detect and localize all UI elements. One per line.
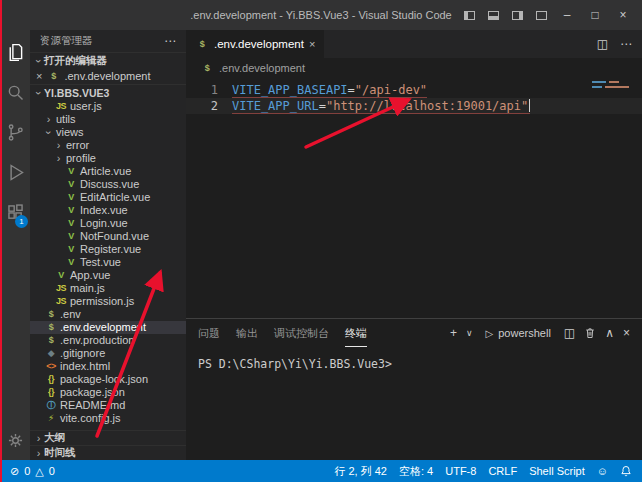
language-mode-status[interactable]: Shell Script <box>529 465 585 477</box>
tree-item-user.js[interactable]: JSuser.js <box>30 100 186 113</box>
tree-item-Register.vue[interactable]: VRegister.vue <box>30 243 186 256</box>
json-file-icon: {} <box>44 373 58 386</box>
cursor-position-status[interactable]: 行 2, 列 42 <box>334 464 387 479</box>
close-tab-icon[interactable]: × <box>309 38 315 50</box>
tree-item-Discuss.vue[interactable]: VDiscuss.vue <box>30 178 186 191</box>
vscode-window: .env.development - Yi.BBS.Vue3 - Visual … <box>0 0 642 482</box>
tree-item-vite.config.js[interactable]: ⚡vite.config.js <box>30 412 186 425</box>
text-cursor <box>529 99 530 112</box>
minimize-button[interactable]: – <box>554 3 580 27</box>
activity-run-debug[interactable] <box>0 152 30 192</box>
toggle-secondary-sidebar-icon[interactable] <box>506 4 528 26</box>
maximize-button[interactable]: □ <box>582 3 608 27</box>
activity-settings[interactable] <box>0 420 30 460</box>
code-editor[interactable]: 1VITE_APP_BASEAPI="/api-dev"2VITE_APP_UR… <box>186 78 642 318</box>
feedback-smiley-icon[interactable]: ☺ <box>597 465 608 477</box>
timeline-section[interactable]: › 时间线 <box>30 445 186 460</box>
vue-file-icon: V <box>64 191 78 204</box>
activity-search[interactable] <box>0 72 30 112</box>
env-file-icon: $ <box>46 71 60 81</box>
tree-item-Index.vue[interactable]: VIndex.vue <box>30 204 186 217</box>
activity-explorer[interactable] <box>0 32 30 72</box>
kill-terminal-icon[interactable] <box>584 327 596 339</box>
panel-tab-调试控制台[interactable]: 调试控制台 <box>274 320 329 347</box>
tree-item-.env.development[interactable]: $.env.development <box>30 321 186 334</box>
tree-item-Article.vue[interactable]: VArticle.vue <box>30 165 186 178</box>
tree-item-.env.production[interactable]: $.env.production <box>30 334 186 347</box>
js-file-icon: JS <box>54 295 68 308</box>
problems-status[interactable]: ⊘ 0 △ 0 <box>10 465 55 478</box>
tree-item-.gitignore[interactable]: ◆.gitignore <box>30 347 186 360</box>
code-lines: 1VITE_APP_BASEAPI="/api-dev"2VITE_APP_UR… <box>186 82 642 114</box>
minimap[interactable] <box>592 81 636 91</box>
maximize-panel-icon[interactable]: ∧ <box>605 326 614 340</box>
panel-tab-终端[interactable]: 终端 <box>345 320 367 347</box>
project-header[interactable]: › YI.BBS.VUE3 <box>30 84 186 100</box>
tree-item-index.html[interactable]: <>index.html <box>30 360 186 373</box>
terminal-shell-label: powershell <box>498 327 551 339</box>
close-panel-icon[interactable]: × <box>623 326 630 340</box>
editor-group: $ .env.development × ◫ ⋯ $ .env.developm… <box>186 30 642 460</box>
split-terminal-icon[interactable]: ◫ <box>564 326 575 340</box>
close-icon[interactable]: × <box>36 70 42 82</box>
project-name: YI.BBS.VUE3 <box>44 87 109 99</box>
tree-item-error[interactable]: ›error <box>30 139 186 152</box>
panel-tab-输出[interactable]: 输出 <box>236 320 258 347</box>
tree-item-label: .env.production <box>58 334 134 347</box>
open-editor-item[interactable]: × $ .env.development <box>30 68 186 84</box>
js-file-icon: JS <box>54 100 68 113</box>
tree-item-permission.js[interactable]: JSpermission.js <box>30 295 186 308</box>
chevron-down-icon: › <box>42 127 55 138</box>
terminal-content[interactable]: PS D:\CSharp\Yi\Yi.BBS.Vue3> <box>186 347 642 460</box>
breadcrumb[interactable]: $ .env.development <box>186 58 642 78</box>
explorer-more-actions-icon[interactable]: ⋯ <box>164 34 176 48</box>
editor-more-actions-icon[interactable]: ⋯ <box>620 37 632 51</box>
customize-layout-icon[interactable] <box>530 4 552 26</box>
new-terminal-icon[interactable]: + <box>450 326 457 340</box>
tree-item-EditArticle.vue[interactable]: VEditArticle.vue <box>30 191 186 204</box>
tree-item-App.vue[interactable]: VApp.vue <box>30 269 186 282</box>
title-bar[interactable]: .env.development - Yi.BBS.Vue3 - Visual … <box>0 0 642 30</box>
outline-section[interactable]: › 大纲 <box>30 430 186 445</box>
activity-extensions[interactable]: 1 <box>0 192 30 232</box>
split-editor-icon[interactable]: ◫ <box>597 37 608 51</box>
eol-status[interactable]: CRLF <box>488 465 517 477</box>
toggle-panel-icon[interactable] <box>482 4 504 26</box>
md-file-icon: ⓘ <box>44 399 58 412</box>
open-editors-header[interactable]: › 打开的编辑器 <box>30 52 186 68</box>
close-window-button[interactable]: × <box>610 3 636 27</box>
tree-item-label: permission.js <box>68 295 134 308</box>
code-text: VITE_APP_URL="http://localhost:19001/api… <box>232 99 530 114</box>
chevron-down-icon: › <box>33 87 45 98</box>
tree-item-profile[interactable]: ›profile <box>30 152 186 165</box>
tree-item-Test.vue[interactable]: VTest.vue <box>30 256 186 269</box>
toggle-sidebar-icon[interactable] <box>458 4 480 26</box>
sidebar-title: 资源管理器 <box>40 34 93 48</box>
tree-item-utils[interactable]: ›utils <box>30 113 186 126</box>
encoding-status[interactable]: UTF-8 <box>445 465 476 477</box>
warning-icon: △ <box>35 465 43 478</box>
tree-item-package-lock.json[interactable]: {}package-lock.json <box>30 373 186 386</box>
tree-item-label: views <box>54 126 84 139</box>
activity-source-control[interactable] <box>0 112 30 152</box>
vue-file-icon: V <box>64 178 78 191</box>
tree-item-label: .gitignore <box>58 347 105 360</box>
tree-item-README.md[interactable]: ⓘREADME.md <box>30 399 186 412</box>
tree-item-Login.vue[interactable]: VLogin.vue <box>30 217 186 230</box>
terminal-profile-dropdown-icon[interactable]: ∨ <box>466 328 473 338</box>
terminal-instance-item[interactable]: ▷ powershell <box>482 327 555 339</box>
tree-item-.env[interactable]: $.env <box>30 308 186 321</box>
tree-item-package.json[interactable]: {}package.json <box>30 386 186 399</box>
code-line-2[interactable]: 2VITE_APP_URL="http://localhost:19001/ap… <box>186 98 642 114</box>
indentation-status[interactable]: 空格: 4 <box>399 464 433 479</box>
tree-item-NotFound.vue[interactable]: VNotFound.vue <box>30 230 186 243</box>
tree-item-label: Test.vue <box>78 256 121 269</box>
tab-env-development[interactable]: $ .env.development × <box>186 30 325 58</box>
tree-item-views[interactable]: ›views <box>30 126 186 139</box>
notifications-bell-icon[interactable] <box>620 465 632 477</box>
annotation-left-line <box>0 0 2 482</box>
panel-tab-问题[interactable]: 问题 <box>198 320 220 347</box>
editor-tab-bar: $ .env.development × ◫ ⋯ <box>186 30 642 58</box>
tree-item-main.js[interactable]: JSmain.js <box>30 282 186 295</box>
code-line-1[interactable]: 1VITE_APP_BASEAPI="/api-dev" <box>186 82 642 98</box>
